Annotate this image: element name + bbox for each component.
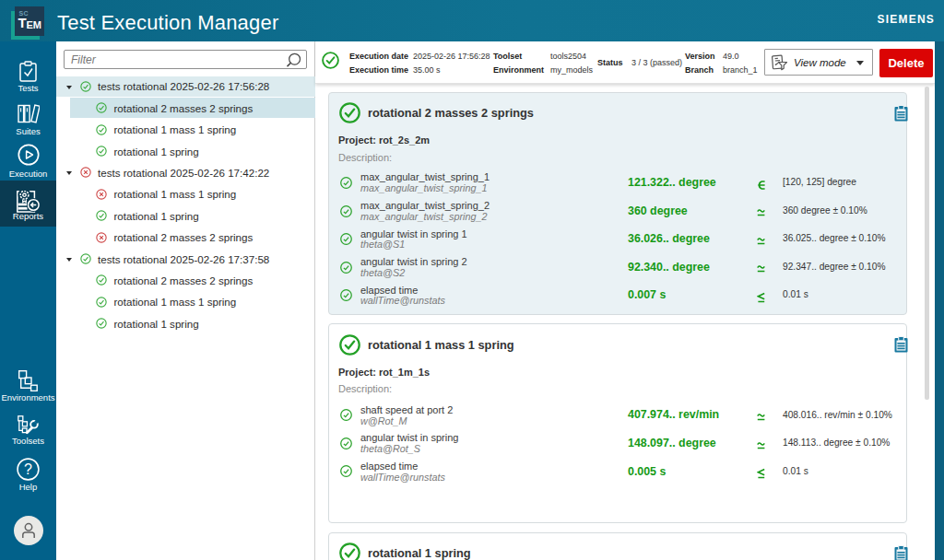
svg-text:?: ?	[24, 461, 32, 477]
